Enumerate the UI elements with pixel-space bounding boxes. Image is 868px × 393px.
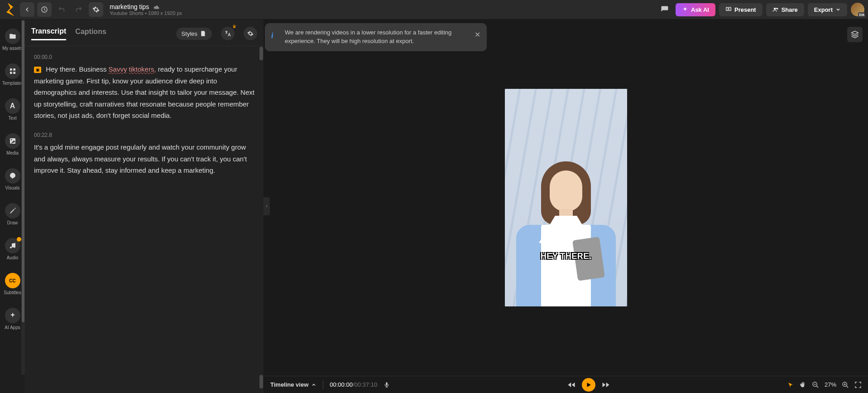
svg-line-21 (816, 386, 818, 388)
svg-marker-18 (606, 382, 609, 387)
transport-controls (567, 378, 610, 392)
present-label: Present (734, 6, 756, 13)
svg-point-3 (774, 8, 776, 10)
translate-button[interactable]: ♛ (221, 27, 235, 40)
share-label: Share (782, 6, 798, 13)
media-inline-icon: ▣ (34, 67, 41, 73)
folder-icon (5, 29, 20, 44)
project-title[interactable]: marketing tips (110, 3, 149, 10)
play-button[interactable] (582, 378, 595, 392)
svg-marker-2 (728, 9, 729, 10)
cursor-tool-button[interactable] (787, 382, 794, 388)
share-button[interactable]: Share (766, 3, 804, 16)
transcript-text-2[interactable]: It's a gold mine engage post regularly a… (34, 141, 254, 176)
transcript-text-1[interactable]: ▣ Hey there. Business Savvy tiktokers, r… (34, 63, 254, 121)
timeline-view-toggle[interactable]: Timeline view (270, 381, 317, 388)
svg-rect-7 (13, 68, 15, 71)
left-rail: My assets Templates A Text Media Visuals… (0, 19, 25, 393)
transcript-scrollbar[interactable] (259, 47, 264, 388)
ai-apps-icon (5, 308, 20, 323)
svg-marker-17 (587, 383, 591, 387)
media-icon (5, 133, 20, 149)
timestamp-2: 00:22.8 (34, 131, 254, 140)
svg-marker-19 (603, 382, 606, 387)
back-button[interactable] (20, 2, 34, 17)
skip-back-button[interactable] (567, 381, 575, 389)
user-avatar[interactable] (851, 3, 864, 16)
info-icon: i (271, 30, 273, 41)
svg-rect-9 (13, 72, 15, 74)
main: My assets Templates A Text Media Visuals… (0, 19, 868, 393)
undo-button[interactable] (54, 2, 69, 17)
skip-forward-button[interactable] (602, 381, 610, 389)
app-logo[interactable] (4, 3, 17, 16)
divider (323, 380, 323, 389)
tab-captions[interactable]: Captions (75, 28, 106, 39)
rail-scrollbar[interactable] (21, 19, 25, 375)
timestamp-1: 00:00.0 (34, 53, 254, 62)
zoom-in-button[interactable] (842, 381, 849, 388)
cloud-sync-icon (153, 4, 160, 10)
zoom-controls: 27% (787, 381, 862, 388)
svg-line-24 (846, 386, 848, 388)
text-icon: A (5, 98, 20, 114)
svg-marker-16 (572, 382, 575, 387)
zoom-level[interactable]: 27% (825, 381, 836, 388)
subtitles-icon: CC (5, 273, 20, 288)
zoom-out-button[interactable] (812, 381, 819, 388)
svg-point-11 (11, 139, 12, 141)
crown-badge-icon: ♛ (232, 24, 236, 29)
transcript-settings-button[interactable] (244, 27, 257, 40)
svg-point-13 (14, 246, 15, 248)
svg-rect-6 (10, 68, 12, 71)
info-toast: i We are rendering videos in a lower res… (265, 23, 487, 51)
svg-point-12 (10, 247, 12, 248)
ask-ai-button[interactable]: Ask AI (676, 3, 715, 16)
video-frame[interactable]: HEY THERE. (505, 89, 627, 306)
transcript-panel: Transcript Captions Styles ♛ 00:00.0 ▣ H… (25, 19, 264, 393)
rail-scroll-thumb[interactable] (22, 20, 24, 322)
toast-close-button[interactable]: ✕ (475, 29, 480, 40)
audio-icon (5, 238, 20, 253)
draw-icon (5, 203, 20, 218)
fullscreen-button[interactable] (854, 381, 862, 388)
styles-button[interactable]: Styles (176, 28, 212, 40)
time-display: 00:00:00/00:37:10 (330, 381, 377, 388)
hand-tool-button[interactable] (799, 381, 806, 388)
spelling-error-1[interactable]: Savvy (109, 65, 127, 73)
history-button[interactable] (37, 2, 52, 17)
transcript-block-2: 00:22.8 It's a gold mine engage post reg… (34, 131, 254, 176)
bottom-bar: Timeline view 00:00:00/00:37:10 (264, 376, 868, 393)
preview-panel: i We are rendering videos in a lower res… (264, 19, 868, 393)
title-block: marketing tips Youtube Shorts • 1080 x 1… (110, 3, 182, 16)
preview-area[interactable]: HEY THERE. (264, 19, 868, 376)
present-button[interactable]: Present (719, 3, 762, 16)
mic-button[interactable] (384, 382, 390, 388)
toast-message: We are rendering videos in a lower resol… (285, 29, 469, 46)
transcript-block-1: 00:00.0 ▣ Hey there. Business Savvy tikt… (34, 53, 254, 121)
svg-rect-8 (10, 72, 12, 74)
export-label: Export (814, 6, 833, 13)
redo-button[interactable] (72, 2, 86, 17)
templates-icon (5, 63, 20, 79)
transcript-scroll-thumb-bottom[interactable] (259, 375, 263, 388)
tab-transcript[interactable]: Transcript (31, 27, 66, 40)
person-figure (516, 134, 616, 306)
visuals-icon (5, 168, 20, 184)
transcript-body[interactable]: 00:00.0 ▣ Hey there. Business Savvy tikt… (25, 46, 264, 393)
caption-overlay: HEY THERE. (541, 252, 592, 261)
settings-button[interactable] (89, 2, 103, 17)
transcript-scroll-thumb-top[interactable] (259, 47, 263, 60)
topbar: marketing tips Youtube Shorts • 1080 x 1… (0, 0, 868, 19)
export-button[interactable]: Export (808, 3, 847, 16)
comments-button[interactable] (657, 2, 672, 17)
transcript-header: Transcript Captions Styles ♛ (25, 19, 264, 46)
spelling-error-2[interactable]: tiktokers, (129, 65, 156, 73)
project-subtitle: Youtube Shorts • 1080 x 1920 px (110, 10, 182, 16)
svg-marker-15 (568, 382, 571, 387)
ask-ai-label: Ask AI (691, 6, 709, 13)
